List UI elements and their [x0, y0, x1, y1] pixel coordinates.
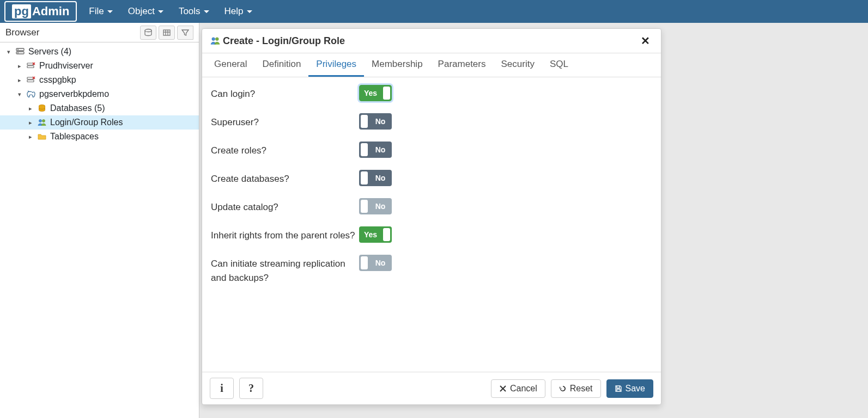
- row-inherit-rights: Inherit rights from the parent roles? Ye…: [211, 226, 652, 243]
- toggle-create-roles[interactable]: No: [359, 142, 392, 158]
- dialog-tabs: General Definition Privileges Membership…: [202, 53, 661, 77]
- database-icon: [37, 103, 47, 113]
- browser-header: Browser: [0, 23, 199, 42]
- toggle-superuser[interactable]: No: [359, 113, 392, 130]
- tree-label: Tablespaces: [50, 132, 99, 142]
- close-icon[interactable]: ✕: [638, 34, 653, 47]
- toggle-knob: [383, 228, 390, 241]
- toggle-value: No: [375, 117, 386, 126]
- svg-rect-6: [16, 52, 24, 54]
- tree-server-prudhviserver[interactable]: ▸ Prudhviserver: [0, 59, 199, 73]
- folder-icon: [37, 132, 47, 142]
- logo-pg-text: pg: [12, 4, 31, 19]
- menu-object[interactable]: Object: [120, 0, 171, 23]
- toggle-value: No: [375, 174, 386, 182]
- menu-file[interactable]: File: [81, 0, 120, 23]
- toggle-value: No: [375, 145, 386, 154]
- label-create-roles: Create roles?: [211, 142, 359, 158]
- save-label: Save: [626, 384, 645, 394]
- toggle-knob: [383, 87, 390, 100]
- tree-servers[interactable]: ▾ Servers (4): [0, 45, 199, 59]
- svg-rect-10: [27, 66, 34, 68]
- menubar: pgAdmin File Object Tools Help: [0, 0, 868, 23]
- servers-icon: [15, 47, 25, 57]
- tree-server-csspgbkp[interactable]: ▸ csspgbkp: [0, 73, 199, 87]
- toggle-value: Yes: [364, 89, 377, 97]
- chevron-right-icon[interactable]: ▸: [15, 63, 24, 70]
- reset-button[interactable]: Reset: [551, 379, 601, 398]
- tab-membership[interactable]: Membership: [364, 53, 430, 77]
- tree-servers-label: Servers (4): [28, 47, 71, 57]
- tab-definition[interactable]: Definition: [254, 53, 308, 77]
- save-icon: [615, 385, 622, 392]
- tab-sql[interactable]: SQL: [542, 53, 576, 77]
- server-disconnected-icon: [26, 61, 36, 71]
- tool-view-data-icon[interactable]: [159, 26, 175, 40]
- toggle-value: Yes: [364, 230, 377, 239]
- info-button[interactable]: i: [210, 378, 234, 399]
- tree-label: Login/Group Roles: [50, 118, 123, 127]
- dialog-footer: i ? Cancel Reset Save: [202, 372, 661, 404]
- toggle-knob: [361, 115, 368, 128]
- toggle-create-databases[interactable]: No: [359, 170, 392, 186]
- svg-point-14: [39, 120, 42, 122]
- svg-point-16: [212, 38, 215, 41]
- toggle-knob: [361, 200, 368, 213]
- chevron-down-icon[interactable]: ▾: [4, 48, 13, 56]
- tree-label: Databases (5): [50, 103, 105, 113]
- tab-privileges[interactable]: Privileges: [308, 53, 364, 77]
- chevron-right-icon[interactable]: ▸: [26, 105, 35, 112]
- tree-login-group-roles[interactable]: ▸ Login/Group Roles: [0, 115, 199, 130]
- svg-rect-1: [163, 30, 170, 35]
- chevron-down-icon[interactable]: ▾: [15, 91, 24, 98]
- dialog-title: Create - Login/Group Role: [210, 35, 638, 47]
- create-role-dialog: Create - Login/Group Role ✕ General Defi…: [202, 28, 661, 405]
- save-button[interactable]: Save: [606, 379, 653, 398]
- help-button[interactable]: ?: [239, 378, 263, 399]
- dialog-body: Can login? Yes Superuser? No Create role…: [202, 77, 661, 372]
- roles-icon: [210, 35, 221, 46]
- tree-label: Prudhviserver: [39, 61, 93, 71]
- svg-point-8: [17, 52, 19, 53]
- chevron-right-icon[interactable]: ▸: [26, 119, 35, 126]
- svg-point-0: [145, 29, 151, 32]
- menu-help[interactable]: Help: [217, 0, 260, 23]
- browser-title: Browser: [5, 27, 39, 38]
- tab-parameters[interactable]: Parameters: [430, 53, 494, 77]
- label-inherit-rights: Inherit rights from the parent roles?: [211, 226, 359, 243]
- label-superuser: Superuser?: [211, 113, 359, 130]
- tab-general[interactable]: General: [207, 53, 254, 77]
- toggle-replication: No: [359, 255, 392, 271]
- row-create-roles: Create roles? No: [211, 142, 652, 158]
- elephant-icon: [26, 89, 36, 99]
- chevron-right-icon[interactable]: ▸: [15, 77, 24, 84]
- roles-icon: [37, 118, 47, 127]
- svg-rect-5: [16, 48, 24, 51]
- toggle-value: No: [375, 259, 386, 267]
- close-icon: [499, 385, 507, 392]
- row-create-databases: Create databases? No: [211, 170, 652, 186]
- cancel-button[interactable]: Cancel: [491, 379, 545, 398]
- dialog-header: Create - Login/Group Role ✕: [202, 29, 661, 53]
- chevron-right-icon[interactable]: ▸: [26, 133, 35, 140]
- tree-databases[interactable]: ▸ Databases (5): [0, 101, 199, 115]
- browser-tree: ▾ Servers (4) ▸ Prudhviserver ▸: [0, 42, 199, 146]
- svg-point-7: [17, 49, 19, 50]
- tree-label: csspgbkp: [39, 75, 76, 85]
- tab-security[interactable]: Security: [493, 53, 542, 77]
- toggle-can-login[interactable]: Yes: [359, 85, 392, 101]
- label-update-catalog: Update catalog?: [211, 198, 359, 214]
- svg-rect-12: [27, 80, 34, 82]
- tool-filter-icon[interactable]: [177, 26, 193, 40]
- tree-tablespaces[interactable]: ▸ Tablespaces: [0, 130, 199, 144]
- tool-query-icon[interactable]: [140, 26, 156, 40]
- menu-tools[interactable]: Tools: [171, 0, 217, 23]
- dialog-title-text: Create - Login/Group Role: [223, 35, 345, 47]
- row-update-catalog: Update catalog? No: [211, 198, 652, 214]
- browser-tools: [140, 26, 193, 40]
- tree-server-pgserverbkpdemo[interactable]: ▾ pgserverbkpdemo: [0, 87, 199, 101]
- logo-admin-text: Admin: [32, 4, 69, 19]
- toggle-inherit-rights[interactable]: Yes: [359, 226, 392, 243]
- toggle-knob: [361, 143, 368, 156]
- row-replication: Can initiate streaming replication and b…: [211, 255, 652, 285]
